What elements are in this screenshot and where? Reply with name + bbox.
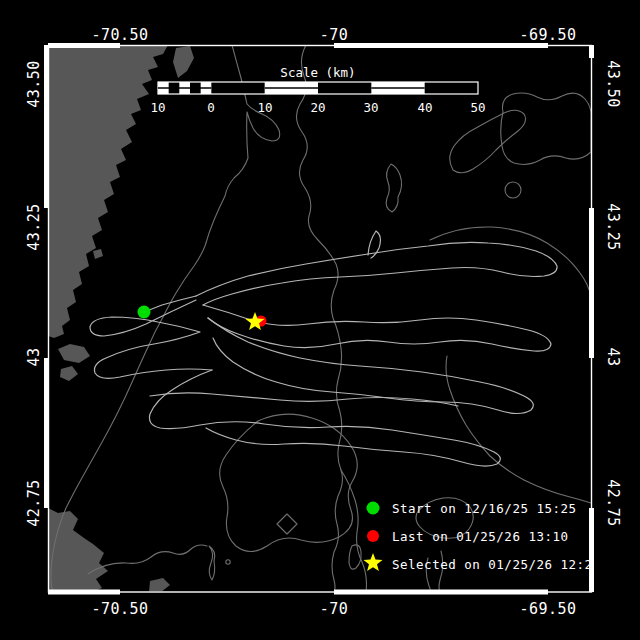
tracking-map: Start on 12/16/25 15:25 Last on 01/25/26… (0, 0, 640, 640)
legend: Start on 12/16/25 15:25 Last on 01/25/26… (364, 501, 601, 572)
scale-tick-label: 0 (207, 100, 215, 115)
scale-tick-label: 10 (150, 100, 165, 115)
scale-tick-label: 10 (257, 100, 272, 115)
legend-last-label: Last on 01/25/26 13:10 (392, 529, 569, 544)
legend-last-circle-icon (367, 530, 379, 542)
scale-bar-title: Scale (km) (280, 65, 355, 80)
scale-tick-label: 20 (310, 100, 325, 115)
lat-label-right: 43.50 (604, 60, 622, 108)
lon-label-top: -69.50 (519, 26, 576, 44)
lon-label-top: -70.50 (91, 26, 148, 44)
lat-label-left: 43.25 (25, 203, 43, 251)
scale-tick-label: 30 (363, 100, 378, 115)
lat-label-left: 43.50 (25, 60, 43, 108)
lat-label-right: 42.75 (604, 479, 622, 527)
lon-label-bottom: -70 (320, 600, 349, 618)
start-marker[interactable] (138, 306, 151, 319)
lat-label-left: 42.75 (25, 479, 43, 527)
lon-label-top: -70 (320, 26, 349, 44)
legend-start-label: Start on 12/16/25 15:25 (392, 501, 577, 516)
lat-label-right: 43.25 (604, 203, 622, 251)
lon-label-bottom: -70.50 (91, 600, 148, 618)
lat-label-left: 43 (25, 347, 43, 366)
scale-tick-label: 50 (470, 100, 485, 115)
legend-selected-label: Selected on 01/25/26 12:25 (392, 557, 601, 572)
lon-label-bottom: -69.50 (519, 600, 576, 618)
scale-tick-label: 40 (417, 100, 432, 115)
legend-start-circle-icon (367, 502, 380, 515)
lat-label-right: 43 (604, 347, 622, 366)
